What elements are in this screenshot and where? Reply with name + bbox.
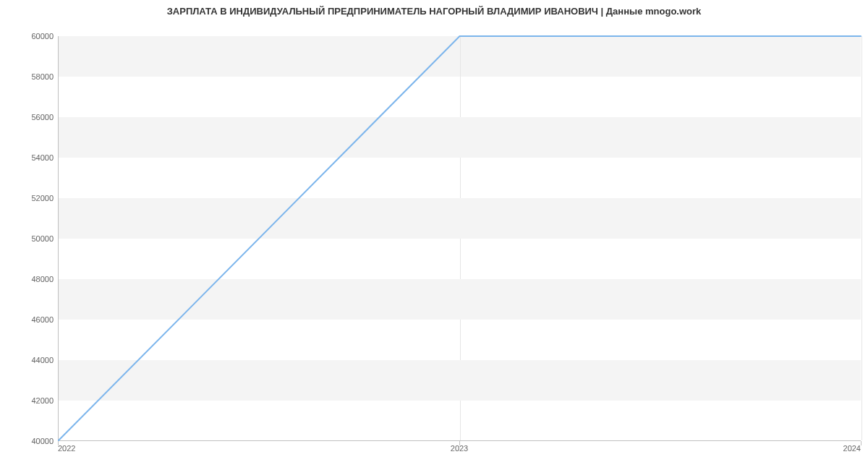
x-gridline: [861, 36, 862, 440]
y-tick-label: 48000: [31, 275, 54, 283]
x-tick-label: 2024: [843, 444, 861, 453]
y-tick-label: 56000: [31, 113, 54, 121]
y-tick-label: 44000: [31, 356, 54, 364]
y-tick-label: 50000: [31, 234, 54, 243]
series-line: [59, 36, 861, 440]
y-tick-label: 60000: [31, 32, 54, 40]
x-tick-mark: [861, 441, 861, 445]
chart-title: ЗАРПЛАТА В ИНДИВИДУАЛЬНЫЙ ПРЕДПРИНИМАТЕЛ…: [0, 6, 868, 17]
y-tick-label: 40000: [31, 437, 54, 445]
line-layer: [59, 36, 861, 440]
x-tick-label: 2022: [58, 444, 75, 453]
y-tick-label: 46000: [31, 315, 54, 324]
y-tick-label: 58000: [31, 72, 54, 81]
x-tick-label: 2023: [451, 444, 468, 453]
plot-area: [58, 36, 861, 441]
y-tick-label: 52000: [31, 194, 54, 202]
y-tick-label: 42000: [31, 396, 54, 405]
chart-container: ЗАРПЛАТА В ИНДИВИДУАЛЬНЫЙ ПРЕДПРИНИМАТЕЛ…: [0, 0, 868, 470]
y-tick-label: 54000: [31, 153, 54, 162]
